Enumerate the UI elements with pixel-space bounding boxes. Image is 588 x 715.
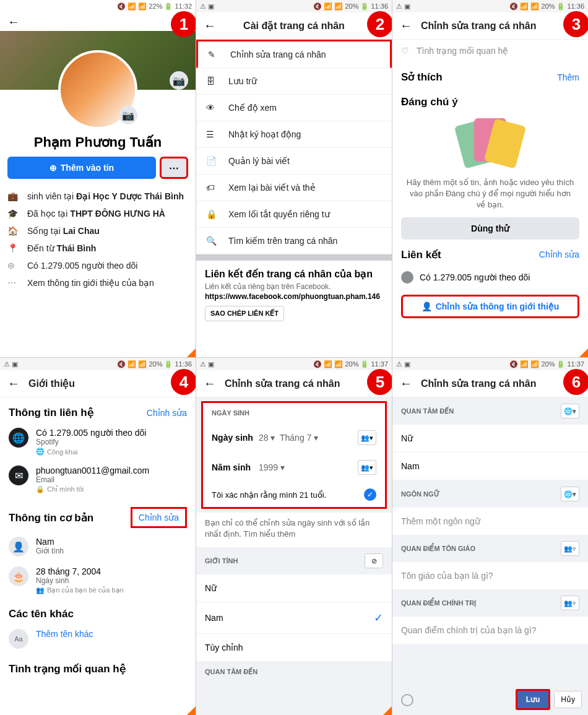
language-section-label: NGÔN NGỮ 🌐▾ bbox=[392, 480, 588, 508]
info-education: 🎓Đã học tại THPT ĐÔNG HƯNG HÀ bbox=[7, 205, 188, 222]
dob-year-row[interactable]: Năm sinh 1999 ▾ 👥▾ bbox=[203, 453, 385, 482]
info-lives: 🏠Sống tại Lai Chau bbox=[7, 222, 188, 240]
back-arrow[interactable]: ← bbox=[7, 376, 20, 391]
religion-section-label: QUAN ĐIỂM TÔN GIÁO 👥▾ bbox=[392, 535, 588, 562]
globe-icon: 🌐 bbox=[9, 428, 28, 448]
links-heading: Liên kết bbox=[401, 248, 441, 261]
age-confirm-row[interactable]: Tôi xác nhận rằng mình 21 tuổi. ✓ bbox=[203, 482, 385, 507]
back-arrow[interactable]: ← bbox=[400, 376, 412, 391]
relationship-heading: Tình trạng mối quan hệ bbox=[9, 662, 126, 675]
step-badge-5: 5 bbox=[367, 369, 392, 395]
page-title: Cài đặt trang cá nhân bbox=[243, 20, 345, 32]
archive-icon: 🗄 bbox=[206, 76, 220, 86]
back-arrow[interactable]: ← bbox=[204, 376, 216, 391]
cake-icon: 🎂 bbox=[9, 566, 28, 586]
mail-icon: ✉ bbox=[9, 466, 28, 485]
menu-search[interactable]: 🔍Tìm kiếm trên trang cá nhân bbox=[196, 228, 392, 254]
menu-view-mode[interactable]: 👁Chế độ xem bbox=[196, 95, 392, 121]
cover-photo[interactable]: 📷 📷 bbox=[0, 31, 196, 90]
gender-custom-option[interactable]: Tùy chỉnh bbox=[196, 634, 392, 662]
spotify-icon bbox=[401, 271, 413, 284]
see-intro-link[interactable]: ⋯Xem thông tin giới thiệu của bạn bbox=[7, 274, 188, 292]
camera-cover-icon[interactable]: 📷 bbox=[170, 71, 188, 90]
interested-female-option[interactable]: Nữ bbox=[392, 425, 588, 453]
menu-manage-posts[interactable]: 📄Quản lý bài viết bbox=[196, 148, 392, 175]
corner-indicator bbox=[187, 349, 196, 357]
page-title: Chỉnh sửa trang cá nhân bbox=[421, 378, 536, 389]
page-icon: 📄 bbox=[206, 156, 220, 166]
menu-review-posts[interactable]: 🏷Xem lại bài viết và thẻ bbox=[196, 175, 392, 201]
back-arrow[interactable]: ← bbox=[400, 19, 412, 33]
copy-link-button[interactable]: SAO CHÉP LIÊN KẾT bbox=[205, 306, 284, 321]
home-icon: 🏠 bbox=[7, 226, 20, 236]
add-hobbies-link[interactable]: Thêm bbox=[557, 72, 579, 82]
header: ← Chỉnh sửa trang cá nhân bbox=[392, 12, 588, 40]
step-badge-1: 1 bbox=[171, 11, 196, 37]
dob-day-month-row[interactable]: Ngày sinh 28 ▾ Tháng 7 ▾ 👥▾ bbox=[203, 423, 385, 453]
politics-input[interactable]: Quan điểm chính trị của bạn là gì? bbox=[392, 617, 588, 644]
other-names-heading: Các tên khác bbox=[9, 608, 74, 620]
add-story-button[interactable]: ⊕ Thêm vào tin bbox=[7, 157, 156, 179]
status-bar: ⚠ ▣ 🔇 📶 📶 20% 🔋 11:36 bbox=[0, 358, 196, 370]
status-bar: ⚠ ▣ 🔇 📶 📶 20% 🔋 11:36 bbox=[196, 0, 392, 12]
religion-input[interactable]: Tôn giáo của bạn là gì? bbox=[392, 562, 588, 589]
info-work: 💼sinh viên tại Đại Học Y Dược Thái Bình bbox=[7, 188, 188, 205]
interested-male-option[interactable]: Nam bbox=[392, 453, 588, 480]
search-icon: 🔍 bbox=[206, 236, 220, 246]
status-bar: ⚠ ▣ 🔇 📶 📶 20% 🔋 11:37 bbox=[196, 358, 392, 370]
menu-archive[interactable]: 🗄Lưu trữ bbox=[196, 68, 392, 95]
privacy-public-button[interactable]: 🌐▾ bbox=[561, 404, 579, 418]
status-bar: ⚠ ▣ 🔇 📶 📶 20% 🔋 11:36 bbox=[392, 0, 588, 12]
language-input[interactable]: Thêm một ngôn ngữ bbox=[392, 508, 588, 535]
gender-row: 👤 NamGiới tính bbox=[0, 532, 196, 561]
person-icon: 👤 bbox=[9, 537, 28, 557]
more-button[interactable]: ⋯ bbox=[160, 157, 188, 179]
menu-edit-profile[interactable]: ✎Chỉnh sửa trang cá nhân bbox=[196, 40, 392, 68]
radio-unchecked[interactable] bbox=[401, 694, 413, 706]
try-button[interactable]: Dùng thử bbox=[401, 217, 579, 240]
page-title: Chỉnh sửa trang cá nhân bbox=[421, 20, 536, 32]
privacy-disabled-button: ⊘ bbox=[365, 553, 383, 568]
hobbies-heading: Sở thích bbox=[401, 71, 443, 84]
spotify-icon: ⊜ bbox=[7, 261, 20, 271]
privacy-friends-button[interactable]: 👥▾ bbox=[358, 460, 376, 475]
add-name-row[interactable]: Aa Thêm tên khác bbox=[0, 624, 196, 654]
relationship-row[interactable]: ♡Tình trạng mối quan hệ bbox=[392, 40, 588, 62]
menu-activity-log[interactable]: ☰Nhật ký hoạt động bbox=[196, 121, 392, 148]
header: ← Cài đặt trang cá nhân bbox=[196, 12, 392, 40]
step-badge-2: 2 bbox=[367, 11, 392, 37]
privacy-friends-button[interactable]: 👥▾ bbox=[561, 596, 579, 610]
corner-indicator bbox=[187, 706, 196, 715]
info-followers: ⊜Có 1.279.005 người theo dõi bbox=[7, 257, 188, 274]
status-bar: 🔇 📶 📶 22% 🔋 11:32 bbox=[0, 0, 196, 12]
info-from: 📍Đến từ Thái Bình bbox=[7, 240, 188, 257]
aa-icon: Aa bbox=[9, 629, 28, 649]
check-icon: ✓ bbox=[364, 488, 376, 501]
back-arrow[interactable]: ← bbox=[204, 19, 216, 33]
gender-male-option[interactable]: Nam✓ bbox=[196, 602, 392, 634]
friends-icon: 👥 bbox=[36, 586, 45, 594]
privacy-friends-button[interactable]: 👥▾ bbox=[561, 541, 579, 556]
cancel-button[interactable]: Hủy bbox=[554, 691, 582, 708]
globe-small-icon: 🌐 bbox=[36, 448, 45, 456]
lock-icon: 🔒 bbox=[206, 209, 220, 219]
list-icon: ☰ bbox=[206, 129, 220, 139]
edit-links-link[interactable]: Chỉnh sửa bbox=[539, 249, 579, 259]
back-arrow[interactable]: ← bbox=[7, 15, 20, 29]
email-contact: ✉ phuongtuan0011@gmail.comEmail🔒Chỉ mình… bbox=[0, 461, 196, 498]
basic-heading: Thông tin cơ bản bbox=[9, 511, 93, 524]
edit-intro-button[interactable]: 👤Chỉnh sửa thông tin giới thiệu bbox=[401, 295, 579, 318]
save-button[interactable]: Lưu bbox=[516, 689, 551, 710]
page-title: Giới thiệu bbox=[28, 378, 75, 389]
privacy-friends-button[interactable]: 👥▾ bbox=[358, 430, 376, 445]
camera-avatar-icon[interactable]: 📷 bbox=[119, 106, 137, 124]
corner-indicator bbox=[579, 349, 588, 357]
gender-female-option[interactable]: Nữ bbox=[196, 574, 392, 602]
graduation-icon: 🎓 bbox=[7, 209, 20, 219]
dob-note: Bạn chỉ có thể chỉnh sửa ngày sinh với s… bbox=[196, 513, 392, 547]
menu-privacy[interactable]: 🔒Xem lối tắt quyền riêng tư bbox=[196, 201, 392, 228]
edit-basic-link[interactable]: Chỉnh sửa bbox=[131, 507, 187, 528]
privacy-public-button[interactable]: 🌐▾ bbox=[561, 487, 579, 501]
edit-contact-link[interactable]: Chỉnh sửa bbox=[147, 408, 187, 418]
tag-icon: 🏷 bbox=[206, 183, 220, 193]
